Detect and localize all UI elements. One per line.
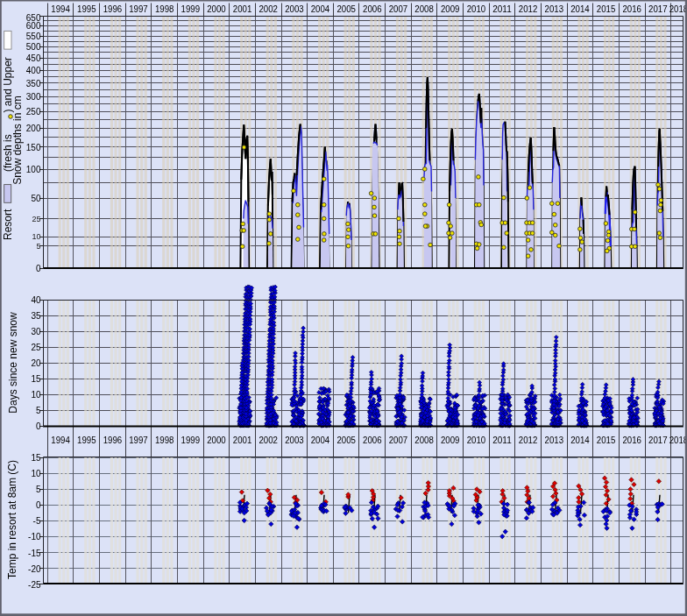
svg-text:600: 600 — [26, 21, 41, 31]
svg-text:2012: 2012 — [519, 4, 538, 14]
svg-text:400: 400 — [26, 66, 41, 75]
svg-text:2014: 2014 — [570, 435, 590, 445]
svg-text:650: 650 — [26, 13, 41, 23]
svg-text:2005: 2005 — [336, 435, 356, 445]
svg-text:2015: 2015 — [597, 4, 616, 14]
svg-text:2003: 2003 — [285, 4, 304, 14]
svg-text:5: 5 — [36, 485, 41, 494]
svg-text:1995: 1995 — [77, 4, 96, 14]
svg-text:50: 50 — [31, 194, 41, 203]
svg-text:30: 30 — [31, 327, 41, 336]
svg-text:1999: 1999 — [181, 4, 201, 14]
svg-text:2013: 2013 — [545, 4, 564, 14]
svg-text:2002: 2002 — [259, 435, 278, 445]
svg-text:2009: 2009 — [441, 435, 460, 445]
svg-text:250: 250 — [26, 107, 41, 117]
svg-text:2016: 2016 — [622, 435, 641, 445]
svg-text:1997: 1997 — [129, 435, 148, 445]
svg-text:Snow depths in cm: Snow depths in cm — [11, 96, 24, 184]
svg-text:2017: 2017 — [648, 4, 668, 14]
svg-text:2001: 2001 — [233, 4, 252, 14]
svg-text:550: 550 — [26, 32, 41, 41]
svg-text:35: 35 — [31, 311, 41, 321]
svg-text:Days since new snow: Days since new snow — [7, 312, 19, 414]
svg-text:1996: 1996 — [103, 4, 123, 14]
svg-text:350: 350 — [26, 79, 41, 89]
svg-text:1996: 1996 — [103, 435, 123, 445]
svg-text:10: 10 — [32, 232, 40, 241]
svg-text:10: 10 — [31, 390, 41, 400]
svg-text:2007: 2007 — [389, 4, 408, 14]
svg-text:10: 10 — [31, 469, 41, 478]
svg-text:2011: 2011 — [492, 4, 512, 14]
svg-text:-15: -15 — [28, 549, 41, 558]
svg-text:200: 200 — [26, 124, 41, 133]
svg-text:2014: 2014 — [570, 4, 590, 14]
svg-text:2015: 2015 — [597, 435, 616, 445]
svg-text:2009: 2009 — [441, 4, 460, 14]
svg-text:0: 0 — [36, 264, 41, 273]
svg-text:2001: 2001 — [233, 435, 252, 445]
svg-text:2013: 2013 — [545, 435, 564, 445]
svg-text:2000: 2000 — [207, 435, 226, 445]
svg-text:2017: 2017 — [648, 435, 668, 445]
svg-text:-25: -25 — [28, 580, 41, 590]
svg-text:2018: 2018 — [669, 435, 687, 445]
svg-text:1998: 1998 — [155, 435, 174, 445]
svg-text:1999: 1999 — [181, 435, 201, 445]
svg-text:1994: 1994 — [51, 435, 70, 445]
svg-text:0: 0 — [36, 500, 41, 510]
svg-text:5: 5 — [36, 406, 41, 415]
svg-text:2003: 2003 — [285, 435, 304, 445]
svg-text:2000: 2000 — [207, 4, 226, 14]
svg-text:2012: 2012 — [519, 435, 538, 445]
svg-text:1997: 1997 — [129, 4, 148, 14]
svg-text:Resort: Resort — [2, 209, 14, 240]
svg-text:2006: 2006 — [363, 435, 382, 445]
svg-text:5: 5 — [36, 242, 40, 251]
svg-text:150: 150 — [26, 143, 41, 152]
svg-text:20: 20 — [31, 358, 41, 368]
svg-text:25: 25 — [31, 343, 41, 352]
svg-text:15: 15 — [31, 374, 41, 384]
svg-text:-10: -10 — [28, 532, 41, 542]
svg-text:15: 15 — [31, 453, 41, 463]
svg-text:-20: -20 — [28, 564, 41, 574]
svg-text:1998: 1998 — [155, 4, 174, 14]
svg-text:Temp in resort at 8am (C): Temp in resort at 8am (C) — [6, 460, 18, 579]
svg-text:2005: 2005 — [336, 4, 356, 14]
svg-text:2018: 2018 — [669, 4, 687, 14]
svg-text:40: 40 — [31, 295, 41, 305]
svg-text:1994: 1994 — [51, 4, 70, 14]
svg-text:2011: 2011 — [492, 435, 512, 445]
svg-text:450: 450 — [26, 53, 41, 63]
svg-text:2007: 2007 — [389, 435, 408, 445]
svg-text:2002: 2002 — [259, 4, 278, 14]
svg-text:1995: 1995 — [77, 435, 96, 445]
svg-text:25: 25 — [32, 215, 40, 223]
svg-text:2010: 2010 — [467, 435, 486, 445]
svg-text:2008: 2008 — [414, 435, 434, 445]
svg-text:2004: 2004 — [311, 4, 330, 14]
svg-text:300: 300 — [26, 92, 41, 102]
svg-text:-5: -5 — [33, 516, 41, 526]
svg-text:100: 100 — [26, 165, 41, 174]
svg-text:2004: 2004 — [311, 435, 330, 445]
svg-text:2016: 2016 — [622, 4, 641, 14]
svg-text:0: 0 — [36, 421, 41, 431]
svg-text:2010: 2010 — [467, 4, 486, 14]
svg-text:500: 500 — [26, 42, 41, 52]
svg-text:2008: 2008 — [414, 4, 434, 14]
svg-text:2006: 2006 — [363, 4, 382, 14]
